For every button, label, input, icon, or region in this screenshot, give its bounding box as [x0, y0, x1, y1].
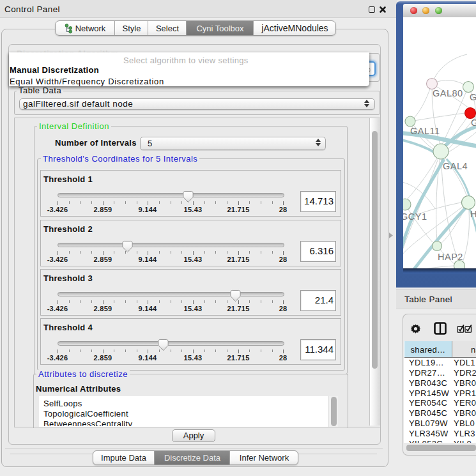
svg-text:HAP2: HAP2 [438, 252, 463, 262]
svg-text:G: G [471, 118, 476, 128]
svg-text:H: H [470, 209, 476, 219]
svg-text:GAL11: GAL11 [410, 126, 440, 136]
svg-text:GAL80: GAL80 [433, 88, 463, 98]
svg-text:GCY1: GCY1 [403, 211, 427, 222]
svg-text:G.: G. [470, 92, 476, 102]
svg-text:GAL4: GAL4 [443, 161, 468, 171]
